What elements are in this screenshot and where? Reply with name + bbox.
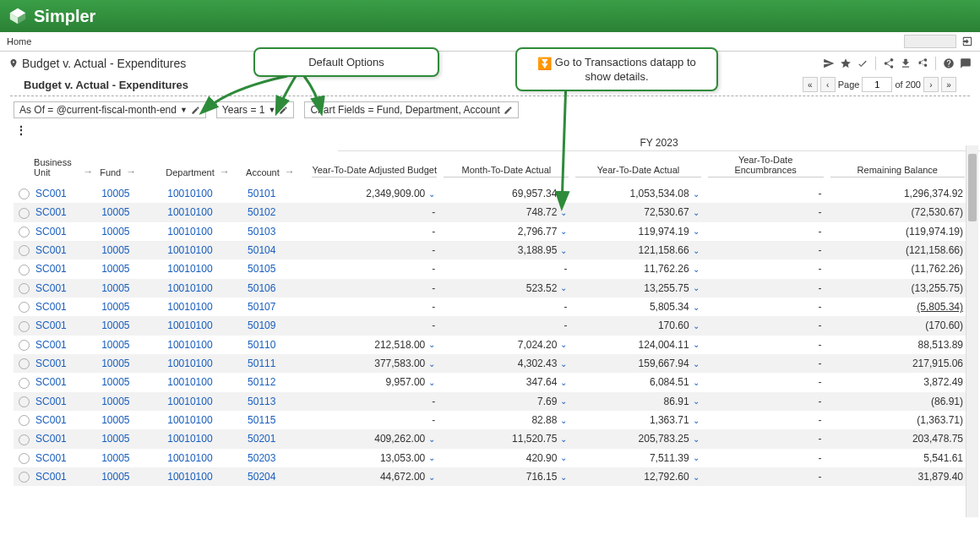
link-cell-fund[interactable]: 10005: [96, 449, 162, 467]
drill-down-icon[interactable]: ⌄: [560, 189, 567, 199]
chevron-down-icon[interactable]: ▼: [268, 106, 275, 114]
link-cell-bu[interactable]: SC001: [30, 298, 96, 316]
link-cell-fund[interactable]: 10005: [96, 467, 162, 486]
link-cell-acct[interactable]: 50109: [242, 316, 308, 335]
drill-down-icon[interactable]: ⌄: [693, 265, 700, 274]
comment-icon[interactable]: [960, 57, 972, 69]
row-select-radio[interactable]: [19, 208, 30, 219]
drill-down-icon[interactable]: ⌄: [428, 359, 435, 369]
link-cell-fund[interactable]: 10005: [96, 279, 162, 298]
drill-down-icon[interactable]: ⌄: [560, 340, 567, 349]
col-header-ytd-enc[interactable]: Year-To-Date Encumbrances: [708, 155, 824, 177]
scrollbar-thumb[interactable]: [968, 154, 977, 221]
row-select-radio[interactable]: [19, 453, 30, 464]
link-cell-dept[interactable]: 10010100: [162, 354, 242, 373]
link-cell-fund[interactable]: 10005: [96, 259, 162, 278]
breadcrumb-home[interactable]: Home: [7, 36, 31, 46]
drill-down-icon[interactable]: ⌄: [693, 246, 700, 255]
link-cell-acct[interactable]: 50101: [242, 184, 308, 203]
page-first-button[interactable]: «: [803, 77, 818, 92]
drill-down-icon[interactable]: ⌄: [693, 189, 700, 199]
drill-down-icon[interactable]: ⌄: [693, 227, 700, 236]
drill-down-icon[interactable]: ⌄: [560, 227, 567, 236]
vertical-scrollbar[interactable]: [966, 145, 978, 517]
link-cell-fund[interactable]: 10005: [96, 222, 162, 241]
drill-down-icon[interactable]: ⌄: [693, 283, 700, 292]
col-header-mtd-actual[interactable]: Month-To-Date Actual: [444, 165, 569, 177]
filter-chartfields[interactable]: Chart Fields = Fund, Department, Account: [304, 101, 518, 118]
drill-down-icon[interactable]: ⌄: [693, 359, 700, 369]
link-cell-bu[interactable]: SC001: [30, 354, 96, 373]
filter-asof[interactable]: As Of = @current-fiscal-month-end ▼: [14, 101, 206, 118]
drill-down-icon[interactable]: ⌄: [428, 453, 435, 462]
page-next-button[interactable]: ›: [923, 77, 939, 92]
row-select-radio[interactable]: [19, 340, 30, 351]
help-icon[interactable]: [943, 57, 955, 69]
drill-down-icon[interactable]: ⌄: [693, 303, 700, 312]
link-cell-acct[interactable]: 50115: [242, 411, 308, 429]
row-select-radio[interactable]: [19, 321, 30, 332]
link-cell-fund[interactable]: 10005: [96, 354, 162, 373]
drill-down-icon[interactable]: ⌄: [428, 340, 435, 349]
share-icon[interactable]: [883, 57, 895, 69]
link-cell-bu[interactable]: SC001: [30, 259, 96, 278]
link-cell-bu[interactable]: SC001: [30, 411, 96, 429]
page-last-button[interactable]: »: [941, 77, 956, 92]
drill-down-icon[interactable]: ⌄: [560, 453, 567, 462]
link-cell-bu[interactable]: SC001: [30, 316, 96, 335]
drill-down-icon[interactable]: ⌄: [693, 472, 700, 482]
link-cell-bu[interactable]: SC001: [30, 336, 96, 354]
col-header-ytd-budget[interactable]: Year-To-Date Adjusted Budget: [312, 165, 437, 177]
drill-down-icon[interactable]: ⌄: [693, 453, 700, 462]
drill-down-icon[interactable]: ⌄: [560, 472, 567, 482]
drill-down-icon[interactable]: ⌄: [428, 189, 435, 199]
link-cell-bu[interactable]: SC001: [30, 222, 96, 241]
drill-down-icon[interactable]: ⌄: [560, 246, 567, 255]
col-header-account[interactable]: Account: [246, 167, 280, 177]
link-cell-bu[interactable]: SC001: [30, 429, 96, 448]
drill-down-icon[interactable]: ⌄: [560, 283, 567, 292]
link-cell-fund[interactable]: 10005: [96, 203, 162, 221]
link-cell-dept[interactable]: 10010100: [162, 336, 242, 354]
page-prev-button[interactable]: ‹: [820, 77, 836, 92]
col-header-department[interactable]: Department: [166, 167, 214, 177]
pencil-icon[interactable]: [279, 106, 288, 115]
col-header-ytd-actual[interactable]: Year-To-Date Actual: [575, 165, 700, 177]
link-cell-acct[interactable]: 50204: [242, 467, 308, 486]
link-cell-dept[interactable]: 10010100: [162, 203, 242, 221]
col-header-business-unit[interactable]: Business Unit: [34, 157, 78, 177]
col-header-remaining[interactable]: Remaining Balance: [830, 165, 965, 177]
link-cell-acct[interactable]: 50201: [242, 429, 308, 448]
link-cell-bu[interactable]: SC001: [30, 449, 96, 467]
row-select-radio[interactable]: [19, 188, 30, 199]
row-select-radio[interactable]: [19, 472, 30, 483]
drill-down-icon[interactable]: ⌄: [428, 472, 435, 482]
more-options-icon[interactable]: ⋮: [0, 123, 980, 137]
link-cell-acct[interactable]: 50203: [242, 449, 308, 467]
row-select-radio[interactable]: [19, 396, 30, 407]
link-cell-acct[interactable]: 50112: [242, 373, 308, 391]
link-cell-fund[interactable]: 10005: [96, 392, 162, 411]
row-select-radio[interactable]: [19, 265, 30, 276]
user-menu[interactable]: [904, 35, 956, 48]
link-cell-dept[interactable]: 10010100: [162, 429, 242, 448]
row-select-radio[interactable]: [19, 245, 30, 256]
link-cell-acct[interactable]: 50105: [242, 259, 308, 278]
link-cell-dept[interactable]: 10010100: [162, 241, 242, 259]
drill-down-icon[interactable]: ⌄: [560, 208, 567, 217]
arrow-right-icon[interactable]: →: [220, 166, 230, 177]
send-icon[interactable]: [823, 57, 835, 69]
arrow-right-icon[interactable]: →: [285, 166, 295, 177]
row-select-radio[interactable]: [19, 434, 30, 445]
link-cell-fund[interactable]: 10005: [96, 336, 162, 354]
arrow-right-icon[interactable]: →: [126, 166, 136, 177]
link-cell-fund[interactable]: 10005: [96, 316, 162, 335]
drill-down-icon[interactable]: ⌄: [693, 434, 700, 444]
col-header-fund[interactable]: Fund: [100, 167, 121, 177]
arrow-right-icon[interactable]: →: [83, 166, 93, 177]
link-cell-acct[interactable]: 50102: [242, 203, 308, 221]
link-cell-acct[interactable]: 50103: [242, 222, 308, 241]
link-cell-acct[interactable]: 50104: [242, 241, 308, 259]
chevron-down-icon[interactable]: ▼: [180, 106, 188, 114]
drill-down-icon[interactable]: ⌄: [693, 340, 700, 349]
